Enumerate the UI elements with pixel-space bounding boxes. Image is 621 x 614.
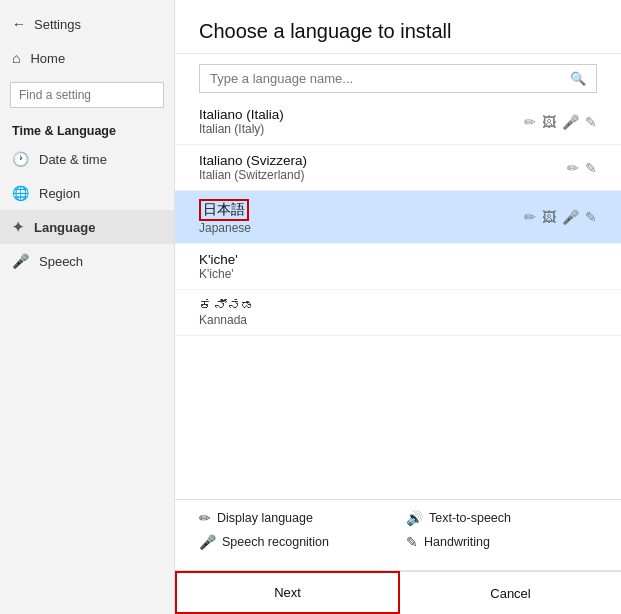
lang-item-kannada[interactable]: ಕನ್ನಡ Kannada [175,290,621,336]
lang-text-kiche: K'iche' K'iche' [199,252,238,281]
cancel-button[interactable]: Cancel [400,571,621,614]
lang-name-italiano-svizzera: Italiano (Svizzera) [199,153,307,168]
page-title: Choose a language to install [175,0,621,54]
pencil-icon: ✏ [524,209,536,225]
lang-sub-italiano-svizzera: Italian (Switzerland) [199,168,307,182]
home-label: Home [30,51,65,66]
lang-text-kannada: ಕನ್ನಡ Kannada [199,298,254,327]
lang-sub-japanese: Japanese [199,221,251,235]
lang-item-kiche[interactable]: K'iche' K'iche' [175,244,621,290]
find-setting-input[interactable] [10,82,164,108]
mic-icon: 🎤 [562,114,579,130]
monitor-icon: 🖼 [542,114,556,130]
display-language-label: Display language [217,511,313,525]
lang-item-italiano-svizzera[interactable]: Italiano (Svizzera) Italian (Switzerland… [175,145,621,191]
search-icon: 🔍 [570,71,586,86]
speech-label: Speech [39,254,83,269]
feature-handwriting: ✎ Handwriting [406,534,597,550]
mic-icon: 🎤 [12,253,29,269]
handwriting-icon: ✎ [406,534,418,550]
lang-text-italiano-svizzera: Italiano (Svizzera) Italian (Switzerland… [199,153,307,182]
feature-text-to-speech: 🔊 Text-to-speech [406,510,597,526]
back-button[interactable]: ← Settings [0,8,174,40]
date-time-label: Date & time [39,152,107,167]
lang-sub-kiche: K'iche' [199,267,238,281]
back-arrow-icon: ← [12,16,26,32]
lang-name-italiano-italia: Italiano (Italia) [199,107,284,122]
home-icon: ⌂ [12,50,20,66]
main-panel: Choose a language to install 🔍 Italiano … [175,0,621,614]
feature-display-language: ✏ Display language [199,510,390,526]
language-label: Language [34,220,95,235]
section-label: Time & Language [0,114,174,142]
globe-icon: 🌐 [12,185,29,201]
settings-label: Settings [34,17,81,32]
next-button[interactable]: Next [175,571,400,614]
sidebar-item-region[interactable]: 🌐 Region [0,176,174,210]
sidebar-item-speech[interactable]: 🎤 Speech [0,244,174,278]
lang-name-kannada: ಕನ್ನಡ [199,298,254,313]
language-search-input[interactable] [210,71,570,86]
lang-icons-italiano-svizzera: ✏ ✎ [567,160,597,176]
mic-icon: 🎤 [562,209,579,225]
sidebar: ← Settings ⌂ Home Time & Language 🕐 Date… [0,0,175,614]
home-item[interactable]: ⌂ Home [0,40,174,76]
action-buttons: Next Cancel [175,570,621,614]
lang-name-japanese: 日本語 [199,199,249,221]
speech-recognition-icon: 🎤 [199,534,216,550]
display-language-icon: ✏ [199,510,211,526]
features-grid: ✏ Display language 🔊 Text-to-speech 🎤 Sp… [199,510,597,550]
language-list: Italiano (Italia) Italian (Italy) ✏ 🖼 🎤 … [175,99,621,499]
lang-sub-kannada: Kannada [199,313,254,327]
sidebar-item-date-time[interactable]: 🕐 Date & time [0,142,174,176]
text-to-speech-icon: 🔊 [406,510,423,526]
edit-icon: ✎ [585,209,597,225]
feature-speech-recognition: 🎤 Speech recognition [199,534,390,550]
clock-icon: 🕐 [12,151,29,167]
lang-icons-italiano-italia: ✏ 🖼 🎤 ✎ [524,114,597,130]
lang-sub-italiano-italia: Italian (Italy) [199,122,284,136]
sidebar-item-language[interactable]: ✦ Language [0,210,174,244]
features-panel: ✏ Display language 🔊 Text-to-speech 🎤 Sp… [175,499,621,570]
monitor-icon: 🖼 [542,209,556,225]
lang-name-kiche: K'iche' [199,252,238,267]
lang-item-japanese[interactable]: 日本語 Japanese ✏ 🖼 🎤 ✎ [175,191,621,244]
language-icon: ✦ [12,219,24,235]
text-to-speech-label: Text-to-speech [429,511,511,525]
pencil-icon: ✏ [567,160,579,176]
lang-text-japanese: 日本語 Japanese [199,199,251,235]
language-search-bar: 🔍 [199,64,597,93]
edit-icon: ✎ [585,160,597,176]
region-label: Region [39,186,80,201]
lang-item-italiano-italia[interactable]: Italiano (Italia) Italian (Italy) ✏ 🖼 🎤 … [175,99,621,145]
lang-icons-japanese: ✏ 🖼 🎤 ✎ [524,209,597,225]
edit-icon: ✎ [585,114,597,130]
speech-recognition-label: Speech recognition [222,535,329,549]
handwriting-label: Handwriting [424,535,490,549]
pencil-icon: ✏ [524,114,536,130]
lang-text-italiano-italia: Italiano (Italia) Italian (Italy) [199,107,284,136]
